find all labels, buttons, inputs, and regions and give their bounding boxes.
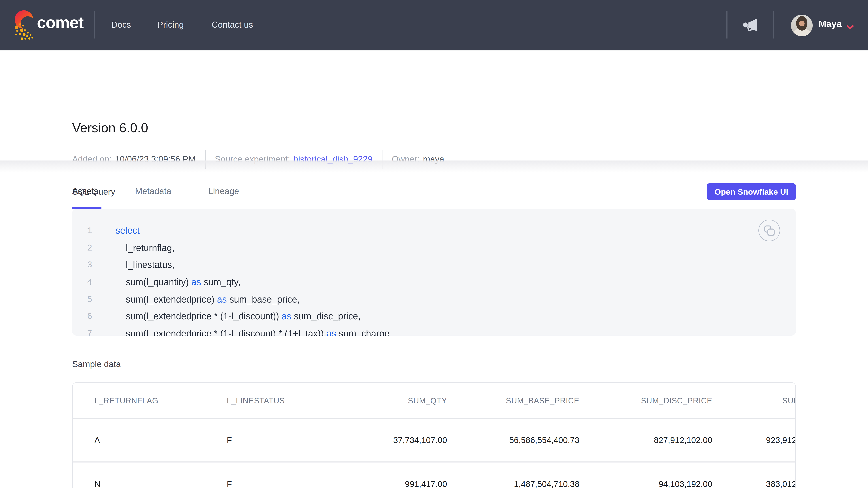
cell-sum-base-price: 56,586,554,400.73 — [471, 435, 579, 445]
nav-link-pricing[interactable]: Pricing — [157, 21, 184, 29]
line-number: 1 — [72, 226, 92, 236]
nav-link-docs[interactable]: Docs — [111, 21, 131, 29]
tab-metadata[interactable]: Metadata — [135, 187, 171, 196]
column-header-sum-base-price: SUM_BASE_PRICE — [471, 396, 579, 405]
comet-logo-icon[interactable] — [14, 9, 36, 43]
code-line: 5 sum(l_extendedprice) as sum_base_price… — [72, 291, 796, 308]
line-number: 7 — [72, 329, 92, 336]
announcements-button[interactable] — [743, 18, 758, 33]
cell-l-returnflag: N — [94, 479, 100, 488]
table-row: A F 37,734,107.00 56,586,554,400.73 827,… — [73, 419, 795, 462]
code-line: 4 sum(l_quantity) as sum_qty, — [72, 274, 796, 291]
nav-divider — [773, 11, 774, 38]
sample-data-heading: Sample data — [72, 360, 121, 369]
cell-sum-charge: 383,012, — [766, 479, 796, 488]
sql-query-heading: SQL Query — [72, 188, 115, 196]
cell-sum-disc-price: 827,912,102.00 — [604, 435, 712, 445]
cell-l-returnflag: A — [94, 435, 100, 445]
user-avatar[interactable] — [791, 14, 813, 36]
code-line: 7 sum(l_extendedprice * (1-l_discount) *… — [72, 325, 796, 336]
tab-lineage[interactable]: Lineage — [208, 187, 239, 196]
cell-sum-base-price: 1,487,504,710.38 — [471, 479, 579, 488]
cell-sum-disc-price: 94,103,192.00 — [604, 479, 712, 488]
sql-code-block: 1 select 2 l_returnflag, 3 l_linestatus,… — [72, 209, 796, 336]
nav-divider — [94, 11, 95, 38]
column-header-sum-charge: SUM_CHARGE — [782, 396, 796, 405]
code-line: 6 sum(l_extendedprice * (1-l_discount)) … — [72, 308, 796, 325]
copy-code-button[interactable] — [758, 220, 780, 241]
column-header-sum-disc-price: SUM_DISC_PRICE — [604, 396, 712, 405]
line-number: 2 — [72, 243, 92, 253]
column-header-l-returnflag: L_RETURNFLAG — [94, 396, 158, 405]
column-header-l-linestatus: L_LINESTATUS — [227, 396, 285, 405]
page-title: Version 6.0.0 — [72, 120, 148, 136]
line-number: 4 — [72, 278, 92, 287]
top-nav: comet Docs Pricing Contact us Maya — [0, 0, 868, 51]
nav-divider — [726, 11, 727, 38]
user-menu-name[interactable]: Maya — [818, 20, 842, 29]
cell-sum-charge: 923,912, — [766, 435, 796, 445]
page: comet Docs Pricing Contact us Maya Versi… — [0, 0, 868, 488]
page-header: Version 6.0.0 Added on: 10/06/23 3:09:56… — [0, 51, 868, 161]
code-line: 3 l_linestatus, — [72, 257, 796, 274]
cell-l-linestatus: F — [227, 435, 232, 445]
line-number: 6 — [72, 312, 92, 322]
line-number: 3 — [72, 260, 92, 270]
nav-link-contact-us[interactable]: Contact us — [212, 21, 253, 29]
brand-name[interactable]: comet — [37, 14, 84, 31]
open-snowflake-ui-button[interactable]: Open Snowflake UI — [707, 183, 796, 200]
chevron-down-icon[interactable] — [846, 22, 854, 32]
code-line: 2 l_returnflag, — [72, 239, 796, 257]
cell-sum-qty: 37,734,107.00 — [339, 435, 447, 445]
table-row: N F 991,417.00 1,487,504,710.38 94,103,1… — [73, 462, 795, 488]
column-header-sum-qty: SUM_QTY — [339, 396, 447, 405]
sample-data-table: L_RETURNFLAG L_LINESTATUS SUM_QTY SUM_BA… — [72, 382, 796, 488]
header-shadow — [0, 161, 868, 172]
table-header-row: L_RETURNFLAG L_LINESTATUS SUM_QTY SUM_BA… — [73, 383, 795, 419]
cell-sum-qty: 991,417.00 — [339, 479, 447, 488]
cell-l-linestatus: F — [227, 479, 232, 488]
copy-icon — [764, 225, 775, 236]
code-line: 1 select — [72, 222, 796, 239]
line-number: 5 — [72, 295, 92, 304]
megaphone-icon — [743, 18, 758, 33]
